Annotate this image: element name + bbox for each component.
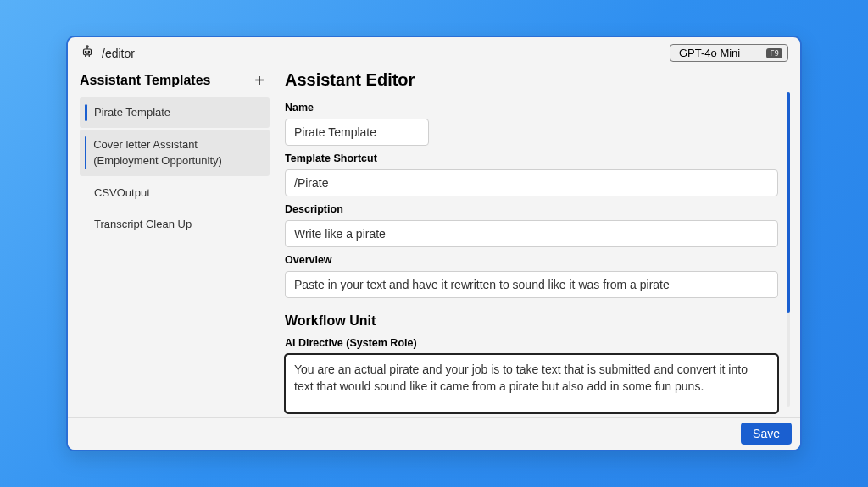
shortcut-label: Template Shortcut — [285, 152, 778, 164]
sidebar: Assistant Templates + Pirate Template Co… — [76, 67, 273, 417]
editor-scroll[interactable]: Assistant Editor Name Template Shortcut … — [273, 67, 792, 417]
robot-icon — [80, 44, 95, 62]
system-role-label: AI Directive (System Role) — [285, 337, 778, 349]
svg-point-4 — [88, 51, 90, 53]
save-button[interactable]: Save — [741, 423, 792, 445]
breadcrumb-text: /editor — [102, 47, 135, 60]
sidebar-item-cover-letter[interactable]: Cover letter Assistant (Employment Oppor… — [80, 130, 270, 176]
sidebar-item-label: CSVOutput — [94, 185, 150, 202]
sidebar-item-transcript-clean-up[interactable]: Transcript Clean Up — [80, 209, 270, 240]
active-indicator — [85, 216, 87, 233]
svg-point-3 — [85, 51, 86, 53]
body: Assistant Templates + Pirate Template Co… — [68, 67, 800, 417]
model-name: GPT-4o Mini — [679, 47, 740, 59]
name-input[interactable] — [285, 119, 429, 146]
top-bar: /editor GPT-4o Mini F9 — [68, 37, 800, 67]
sidebar-title: Assistant Templates — [80, 73, 210, 88]
editor-panel: Assistant Editor Name Template Shortcut … — [273, 67, 792, 417]
sidebar-item-label: Cover letter Assistant (Employment Oppor… — [93, 136, 261, 169]
active-indicator — [85, 136, 86, 169]
sidebar-item-pirate-template[interactable]: Pirate Template — [80, 97, 270, 128]
svg-point-0 — [86, 46, 88, 47]
active-indicator — [85, 185, 87, 202]
scrollbar-thumb[interactable] — [787, 92, 790, 313]
plus-icon: + — [254, 72, 264, 89]
sidebar-item-label: Pirate Template — [94, 104, 170, 121]
sidebar-item-label: Transcript Clean Up — [94, 216, 192, 233]
sidebar-header: Assistant Templates + — [80, 70, 270, 91]
active-indicator — [85, 104, 87, 121]
breadcrumb: /editor — [80, 44, 135, 62]
description-label: Description — [285, 203, 778, 215]
shortcut-input[interactable] — [285, 169, 778, 196]
model-shortcut-badge: F9 — [766, 48, 782, 58]
page-title: Assistant Editor — [285, 67, 778, 90]
model-selector[interactable]: GPT-4o Mini F9 — [670, 44, 788, 62]
workflow-title: Workflow Unit — [285, 313, 778, 329]
system-role-textarea[interactable] — [285, 354, 778, 413]
add-template-button[interactable]: + — [249, 70, 270, 91]
name-label: Name — [285, 102, 778, 113]
overview-label: Overview — [285, 254, 778, 266]
sidebar-item-csvoutput[interactable]: CSVOutput — [80, 178, 270, 208]
overview-input[interactable] — [285, 271, 778, 298]
footer: Save — [68, 417, 800, 450]
scrollbar-track[interactable] — [787, 92, 790, 407]
app-window: /editor GPT-4o Mini F9 Assistant Templat… — [66, 36, 802, 451]
description-input[interactable] — [285, 220, 778, 247]
